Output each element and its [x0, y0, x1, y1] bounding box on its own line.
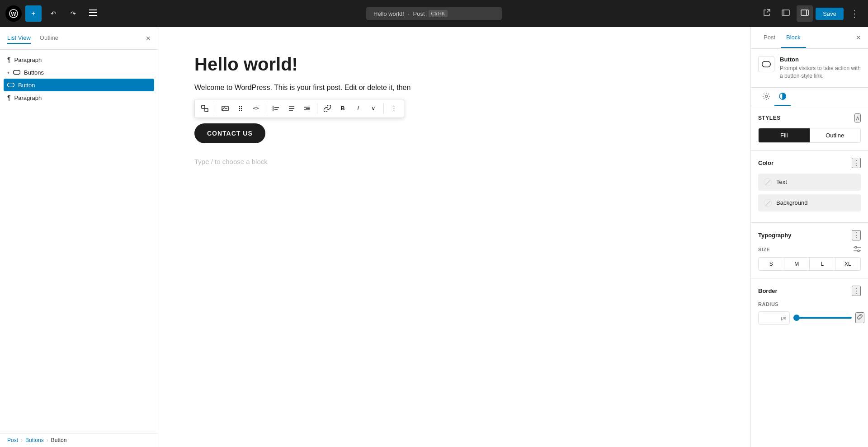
svg-rect-11	[202, 105, 205, 108]
outline-style-button[interactable]: Outline	[810, 128, 861, 142]
settings-panel-button[interactable]	[797, 5, 813, 22]
left-panel: List View Outline × ¶ Paragraph ▾ Button…	[0, 27, 158, 447]
border-more-button[interactable]: ⋮	[852, 286, 861, 296]
size-xl-button[interactable]: XL	[835, 258, 861, 270]
main-layout: List View Outline × ¶ Paragraph ▾ Button…	[0, 27, 868, 447]
radius-link-button[interactable]	[855, 312, 864, 323]
border-header: Border ⋮	[758, 286, 861, 296]
button-icon	[7, 81, 14, 89]
inline-image-button[interactable]	[218, 101, 232, 116]
tree-item-paragraph-1[interactable]: ¶ Paragraph	[0, 53, 158, 66]
block-info-text: Button Prompt visitors to take action wi…	[780, 56, 861, 80]
size-m-button[interactable]: M	[784, 258, 810, 270]
tree-item-label: Button	[18, 82, 35, 89]
tab-list-view[interactable]: List View	[7, 33, 31, 44]
color-section: Color ⋮ Text Background	[751, 151, 868, 223]
transform-block-button[interactable]	[198, 101, 212, 116]
italic-button[interactable]: I	[351, 101, 365, 116]
search-post-label: Post	[413, 10, 425, 17]
align-right-button[interactable]	[300, 101, 314, 116]
menu-button[interactable]	[85, 5, 101, 22]
more-options-button[interactable]: ⋮	[846, 5, 863, 22]
paragraph-icon: ¶	[7, 56, 11, 63]
link-button[interactable]	[320, 101, 335, 116]
topbar-search-area: Hello world! · Post Ctrl+K	[366, 7, 502, 20]
wp-logo: W	[5, 5, 22, 22]
settings-tab-gear[interactable]	[758, 88, 774, 106]
more-rich-text-button[interactable]: ∨	[366, 101, 381, 116]
block-title: Button	[780, 56, 861, 63]
svg-point-18	[241, 106, 242, 107]
code-view-button[interactable]: <>	[249, 101, 263, 116]
svg-rect-2	[89, 9, 97, 10]
color-more-button[interactable]: ⋮	[852, 158, 861, 168]
size-l-button[interactable]: L	[810, 258, 835, 270]
radius-controls: px	[758, 311, 861, 325]
tree-item-button-selected[interactable]: Button ⋮	[4, 79, 154, 91]
search-shortcut: Ctrl+K	[429, 10, 448, 17]
chevron-icon: ▾	[7, 70, 9, 75]
right-panel-close-button[interactable]: ×	[856, 33, 861, 42]
right-panel-header: Post Block ×	[751, 27, 868, 49]
block-type-icon	[758, 56, 774, 72]
svg-line-16	[226, 108, 227, 109]
drag-handle-button[interactable]	[233, 101, 248, 116]
topbar: W + ↶ ↷ Hello world! · Post Ctrl+K	[0, 0, 868, 27]
size-label: SIZE	[758, 246, 861, 254]
styles-title: Styles	[758, 115, 781, 121]
text-color-row[interactable]: Text	[758, 174, 861, 191]
tree-item-paragraph-2[interactable]: ¶ Paragraph	[0, 91, 158, 104]
svg-rect-5	[782, 10, 789, 15]
size-settings-button[interactable]	[854, 246, 861, 254]
search-bar[interactable]: Hello world! · Post Ctrl+K	[366, 7, 502, 20]
background-color-swatch	[764, 199, 772, 207]
tab-post[interactable]: Post	[758, 28, 781, 48]
breadcrumb-buttons[interactable]: Buttons	[25, 437, 44, 443]
fill-style-button[interactable]: Fill	[759, 128, 810, 142]
search-separator: ·	[408, 10, 410, 17]
add-block-button[interactable]: +	[25, 5, 42, 22]
bold-button[interactable]: B	[335, 101, 350, 116]
undo-button[interactable]: ↶	[45, 5, 61, 22]
toolbar-divider-2	[266, 103, 266, 114]
editor-placeholder[interactable]: Type / to choose a block	[194, 154, 714, 169]
svg-point-21	[239, 109, 240, 110]
post-title[interactable]: Hello world!	[194, 54, 714, 75]
tab-outline[interactable]: Outline	[40, 33, 58, 44]
svg-point-17	[239, 106, 240, 107]
breadcrumb-sep-2: ›	[47, 437, 48, 443]
breadcrumb: Post › Buttons › Button	[0, 433, 158, 447]
tree-item-buttons[interactable]: ▾ Buttons	[0, 66, 158, 79]
save-button[interactable]: Save	[816, 8, 844, 20]
align-left-button[interactable]	[269, 101, 283, 116]
tab-block[interactable]: Block	[781, 28, 806, 48]
toolbar-divider-3	[317, 103, 317, 114]
radius-label: RADIUS	[758, 301, 861, 307]
svg-point-20	[241, 108, 242, 108]
redo-button[interactable]: ↷	[65, 5, 81, 22]
size-s-button[interactable]: S	[759, 258, 784, 270]
search-title: Hello world!	[373, 10, 404, 17]
styles-section-header: Styles ∧	[758, 113, 861, 122]
background-color-row[interactable]: Background	[758, 194, 861, 212]
styles-collapse-button[interactable]: ∧	[854, 113, 861, 122]
view-icon	[782, 9, 790, 18]
typography-more-button[interactable]: ⋮	[852, 230, 861, 240]
breadcrumb-post[interactable]: Post	[7, 437, 18, 443]
panel-close-button[interactable]: ×	[146, 34, 151, 42]
svg-rect-3	[89, 12, 97, 13]
settings-tabs	[751, 88, 868, 106]
justify-button[interactable]	[284, 101, 299, 116]
buttons-icon	[13, 69, 20, 76]
right-panel: Post Block × Button Prompt visitors to t…	[750, 27, 868, 447]
contact-us-button[interactable]: CONTACT US	[194, 123, 265, 143]
text-color-swatch	[764, 178, 772, 186]
settings-tab-contrast[interactable]	[774, 88, 791, 106]
editor-paragraph[interactable]: Welcome to WordPress. This is your first…	[194, 82, 714, 94]
radius-slider[interactable]	[793, 317, 852, 319]
redo-icon: ↷	[71, 10, 76, 17]
view-button[interactable]	[778, 5, 794, 22]
breadcrumb-sep-1: ›	[21, 437, 23, 443]
external-link-button[interactable]	[759, 5, 775, 22]
block-options-button[interactable]: ⋮	[387, 101, 401, 116]
